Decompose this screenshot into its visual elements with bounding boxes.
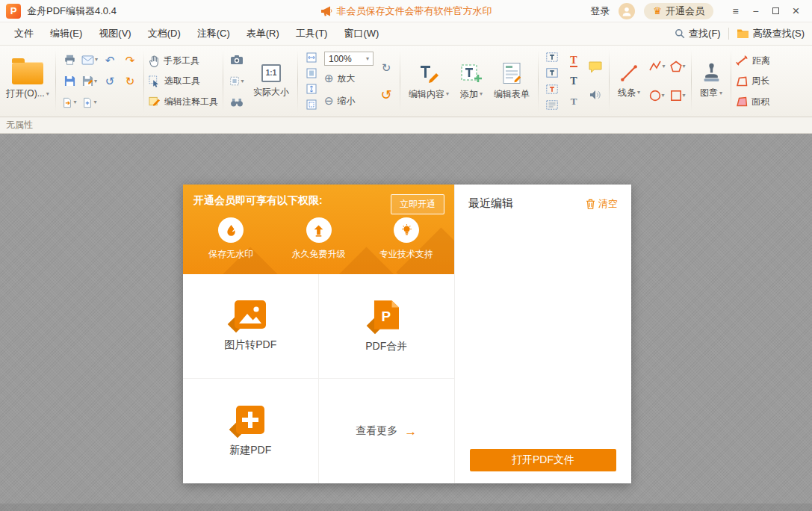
new-pdf-button[interactable]: 新建PDF bbox=[183, 379, 319, 483]
comment-bubble-button[interactable] bbox=[586, 58, 604, 76]
save-as-button[interactable]: ▾ bbox=[81, 72, 99, 90]
measure-distance-button[interactable]: 距离 bbox=[736, 51, 770, 70]
clear-recent-button[interactable]: 清空 bbox=[586, 197, 618, 211]
menu-form[interactable]: 表单(R) bbox=[238, 22, 288, 45]
fit-height-button[interactable] bbox=[303, 81, 320, 97]
text-field-button[interactable] bbox=[543, 49, 561, 65]
add-text-button[interactable]: T bbox=[565, 52, 583, 69]
rotate-view-button[interactable]: ↺ bbox=[377, 86, 395, 104]
menubar-separator bbox=[728, 28, 729, 40]
chevron-down-icon: ▾ bbox=[683, 64, 686, 69]
no-watermark-icon bbox=[218, 217, 244, 243]
fit-page-icon bbox=[306, 68, 317, 78]
rectangle-icon bbox=[670, 90, 682, 102]
pdf-merge-button[interactable]: P PDF合并 bbox=[319, 274, 455, 379]
measure-perimeter-button[interactable]: 周长 bbox=[736, 72, 770, 91]
edit-content-button[interactable]: 编辑内容▾ bbox=[405, 48, 453, 114]
text-small-button[interactable]: T bbox=[565, 93, 583, 111]
zoom-out-button[interactable]: ⊖ 缩小 bbox=[324, 91, 374, 111]
vip-upgrade-button[interactable]: ♛ 开通会员 bbox=[644, 3, 713, 19]
recent-edits-panel: 最近编辑 清空 打开PDF文件 bbox=[454, 185, 631, 483]
circle-tool-button[interactable]: ▾ bbox=[648, 87, 666, 105]
polygon-tool-button[interactable]: ▾ bbox=[669, 58, 687, 75]
actual-size-button[interactable]: 1:1 实际大小 bbox=[250, 48, 293, 114]
undo-icon: ↶ bbox=[105, 55, 115, 66]
open-file-label: 打开(O)... bbox=[6, 87, 44, 100]
snapshot-button[interactable]: ▾ bbox=[228, 72, 246, 90]
text-box-icon bbox=[546, 68, 558, 78]
maximize-button[interactable] bbox=[766, 2, 786, 20]
text-field-icon bbox=[546, 52, 558, 62]
text-highlight-icon bbox=[546, 84, 558, 94]
open-pdf-file-button[interactable]: 打开PDF文件 bbox=[470, 449, 616, 471]
polyline-icon bbox=[648, 61, 662, 72]
zoom-level-select[interactable]: 100% ▾ bbox=[324, 52, 374, 66]
find-button[interactable]: 查找(F) bbox=[675, 27, 721, 40]
measure-area-button[interactable]: 面积 bbox=[736, 92, 770, 111]
text-lines-button[interactable] bbox=[543, 97, 561, 113]
menu-file[interactable]: 文件 bbox=[6, 22, 42, 45]
edit-form-button[interactable]: 编辑表单 bbox=[490, 48, 533, 114]
text-lines-icon bbox=[546, 100, 558, 110]
menu-tools[interactable]: 工具(T) bbox=[288, 22, 336, 45]
chevron-down-icon: ▾ bbox=[46, 91, 49, 97]
menu-document[interactable]: 文档(D) bbox=[140, 22, 189, 45]
menu-comment[interactable]: 注释(C) bbox=[189, 22, 238, 45]
window-controls: ≡ − × bbox=[725, 2, 806, 20]
print-button[interactable] bbox=[61, 51, 78, 69]
new-document-button[interactable]: ▾ bbox=[81, 93, 99, 111]
select-tool-button[interactable]: 选取工具 bbox=[149, 72, 218, 91]
comment-group bbox=[586, 48, 604, 114]
select-cursor-icon bbox=[149, 75, 161, 87]
audio-comment-button[interactable] bbox=[586, 86, 604, 104]
document-workspace: 开通会员即可享有以下权限: 立即开通 保存无水印 bbox=[0, 134, 812, 511]
open-folder-icon bbox=[12, 62, 43, 84]
minimize-button[interactable]: − bbox=[746, 2, 766, 20]
fit-width-button[interactable] bbox=[303, 49, 320, 65]
user-icon bbox=[622, 6, 632, 16]
text-small-icon: T bbox=[571, 96, 577, 107]
image-to-pdf-button[interactable]: 图片转PDF bbox=[183, 274, 319, 379]
stamp-button[interactable]: 图章▾ bbox=[696, 48, 726, 114]
login-link[interactable]: 登录 bbox=[590, 4, 610, 18]
search-document-button[interactable] bbox=[228, 93, 246, 111]
distance-label: 距离 bbox=[752, 55, 770, 67]
line-tool-button[interactable]: 线条▾ bbox=[614, 48, 644, 114]
refresh-view-button[interactable]: ↻ bbox=[377, 58, 395, 76]
advanced-find-button[interactable]: 高级查找(S) bbox=[737, 27, 805, 40]
text-highlight-button[interactable] bbox=[543, 81, 561, 97]
annotate-tool-label: 编辑注释工具 bbox=[164, 96, 218, 108]
add-content-button[interactable]: 添加▾ bbox=[456, 48, 486, 114]
camera-button[interactable] bbox=[228, 51, 246, 69]
undo-button[interactable]: ↶ bbox=[101, 51, 119, 69]
rectangle-tool-button[interactable]: ▾ bbox=[669, 87, 687, 105]
app-menu-button[interactable]: ≡ bbox=[725, 2, 746, 20]
text-box-button[interactable] bbox=[543, 65, 561, 81]
zoom-in-button[interactable]: ⊕ 放大 bbox=[324, 69, 374, 88]
menu-view[interactable]: 视图(V) bbox=[90, 22, 139, 45]
annotate-tool-button[interactable]: 编辑注释工具 bbox=[149, 92, 218, 111]
pointer-tools-group: 手形工具 选取工具 编辑注释工具 bbox=[149, 48, 218, 114]
fit-visible-button[interactable] bbox=[303, 97, 320, 113]
promo-features: 保存无水印 永久免费升级 专业技术支持 bbox=[193, 217, 444, 261]
export-button[interactable]: ▾ bbox=[61, 93, 78, 111]
fit-page-button[interactable] bbox=[303, 65, 320, 81]
vip-upgrade-label: 开通会员 bbox=[666, 4, 704, 18]
email-button[interactable]: ▾ bbox=[81, 51, 99, 69]
activate-vip-button[interactable]: 立即开通 bbox=[391, 194, 444, 214]
redo-button[interactable]: ↷ bbox=[121, 51, 139, 69]
close-button[interactable]: × bbox=[786, 2, 806, 20]
hand-tool-button[interactable]: 手形工具 bbox=[149, 51, 218, 70]
typewriter-button[interactable]: T bbox=[565, 72, 583, 90]
rotate-left-button[interactable]: ↺ bbox=[101, 72, 119, 90]
polyline-tool-button[interactable]: ▾ bbox=[648, 58, 666, 75]
menu-window[interactable]: 窗口(W) bbox=[335, 22, 387, 45]
view-more-button[interactable]: 查看更多 → bbox=[319, 379, 455, 483]
user-avatar[interactable] bbox=[619, 3, 635, 19]
image-to-pdf-label: 图片转PDF bbox=[224, 338, 276, 352]
open-file-button[interactable]: 打开(O)... ▾ bbox=[4, 48, 51, 114]
save-button[interactable] bbox=[61, 72, 78, 90]
menu-edit[interactable]: 编辑(E) bbox=[42, 22, 90, 45]
rotate-right-button[interactable]: ↻ bbox=[121, 72, 139, 90]
new-document-icon bbox=[82, 97, 93, 108]
